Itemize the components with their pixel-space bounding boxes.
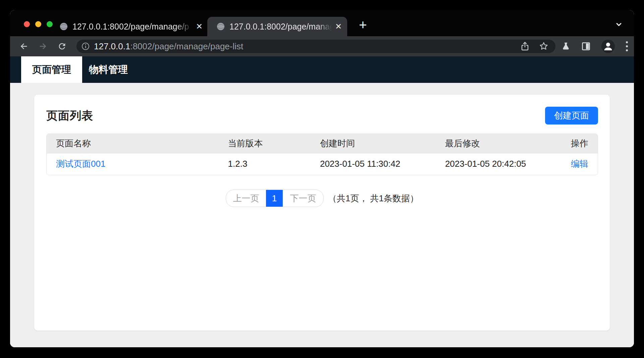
- app-nav-bar: 页面管理 物料管理: [10, 56, 634, 83]
- share-icon[interactable]: [520, 41, 530, 51]
- menu-kebab-icon[interactable]: [625, 41, 629, 52]
- browser-tab-strip: 127.0.0.1:8002/page/manage/p ✕ 127.0.0.1…: [10, 10, 634, 36]
- globe-favicon-icon: [216, 22, 225, 31]
- url-path: :8002/page/manage/page-list: [130, 41, 243, 51]
- tab-close-icon[interactable]: ✕: [335, 22, 342, 31]
- chevron-down-icon[interactable]: [614, 19, 624, 30]
- zoom-window-button[interactable]: [47, 21, 53, 27]
- cell-version: 1.2.3: [228, 153, 320, 175]
- next-page-button[interactable]: 下一页: [283, 190, 323, 207]
- column-header-action: 操作: [562, 134, 598, 153]
- table-row: 测试页面001 1.2.3 2023-01-05 11:30:42 2023-0…: [47, 153, 598, 175]
- tab-close-icon[interactable]: ✕: [196, 22, 203, 31]
- bookmark-star-icon[interactable]: [539, 41, 549, 51]
- close-window-button[interactable]: [24, 21, 30, 27]
- sidebar-extension-icon[interactable]: [581, 41, 591, 51]
- address-bar[interactable]: 127.0.0.1:8002/page/manage/page-list: [76, 40, 555, 53]
- back-icon[interactable]: [19, 42, 29, 51]
- tab-title: 127.0.0.1:8002/page/manage/p: [229, 22, 332, 32]
- globe-favicon-icon: [59, 22, 68, 31]
- page-table: 页面名称 当前版本 创建时间 最后修改 操作 测试页面001 1.2.3 202…: [47, 134, 598, 175]
- url-text[interactable]: 127.0.0.1:8002/page/manage/page-list: [94, 41, 511, 52]
- minimize-window-button[interactable]: [35, 21, 41, 27]
- column-header-name: 页面名称: [47, 134, 228, 153]
- reload-icon[interactable]: [57, 42, 67, 51]
- column-header-version: 当前版本: [228, 134, 320, 153]
- tab-title: 127.0.0.1:8002/page/manage/p: [72, 22, 193, 32]
- browser-window: 127.0.0.1:8002/page/manage/p ✕ 127.0.0.1…: [10, 10, 634, 347]
- current-page-button[interactable]: 1: [266, 190, 283, 207]
- browser-tab-1[interactable]: 127.0.0.1:8002/page/manage/p ✕: [54, 17, 208, 36]
- page-content: 页面列表 创建页面 页面名称 当前版本 创建时间 最后修改 操作: [10, 83, 634, 347]
- toolbar-extensions-area: [561, 39, 629, 53]
- card-header: 页面列表 创建页面: [46, 95, 598, 124]
- table-header-row: 页面名称 当前版本 创建时间 最后修改 操作: [47, 134, 598, 153]
- page-table-wrapper: 页面名称 当前版本 创建时间 最后修改 操作 测试页面001 1.2.3 202…: [46, 134, 598, 175]
- site-info-icon[interactable]: [81, 42, 90, 51]
- prev-page-button[interactable]: 上一页: [226, 190, 266, 207]
- window-controls: [24, 21, 53, 27]
- forward-icon[interactable]: [38, 42, 48, 51]
- pagination-group: 上一页 1 下一页: [226, 190, 324, 207]
- page-title: 页面列表: [46, 108, 93, 123]
- cell-modified: 2023-01-05 20:42:05: [445, 153, 562, 175]
- new-tab-button[interactable]: +: [356, 18, 370, 33]
- column-header-created: 创建时间: [320, 134, 445, 153]
- pagination-row: 上一页 1 下一页 （共1页， 共1条数据）: [46, 190, 598, 207]
- nav-tab-page-manage[interactable]: 页面管理: [21, 56, 82, 83]
- cell-created: 2023-01-05 11:30:42: [320, 153, 445, 175]
- page-list-card: 页面列表 创建页面 页面名称 当前版本 创建时间 最后修改 操作: [34, 95, 610, 330]
- column-header-modified: 最后修改: [445, 134, 562, 153]
- url-host: 127.0.0.1: [94, 41, 130, 51]
- nav-tab-material-manage[interactable]: 物料管理: [82, 56, 135, 83]
- profile-avatar[interactable]: [601, 39, 615, 53]
- create-page-button[interactable]: 创建页面: [545, 107, 598, 124]
- flask-extension-icon[interactable]: [561, 41, 571, 51]
- pagination-summary: （共1页， 共1条数据）: [328, 193, 419, 204]
- browser-toolbar: 127.0.0.1:8002/page/manage/page-list: [10, 36, 634, 56]
- edit-link[interactable]: 编辑: [571, 159, 588, 169]
- browser-tab-2-active[interactable]: 127.0.0.1:8002/page/manage/p ✕: [207, 17, 347, 36]
- page-name-link[interactable]: 测试页面001: [56, 159, 105, 169]
